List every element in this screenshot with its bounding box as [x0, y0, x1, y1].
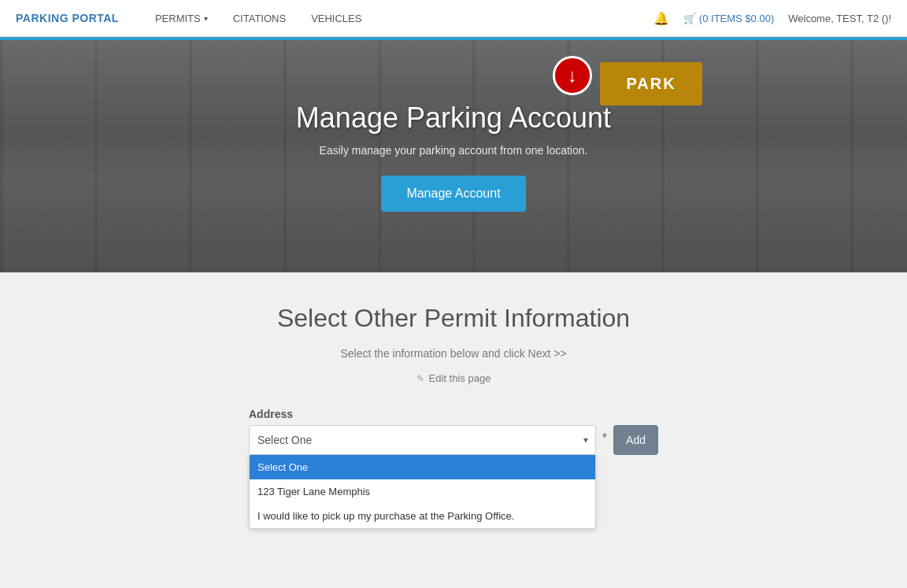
- address-form-row: Select One 123 Tiger Lane Memphis I woul…: [249, 425, 658, 455]
- required-indicator: *: [602, 425, 607, 446]
- manage-account-button[interactable]: Manage Account: [381, 176, 525, 212]
- hero-content: Manage Parking Account Easily manage you…: [296, 102, 611, 212]
- nav-citations[interactable]: CITATIONS: [220, 0, 298, 37]
- add-button[interactable]: Add: [613, 425, 658, 455]
- page-subtitle: Select the information below and click N…: [16, 347, 891, 360]
- chevron-down-icon: ▾: [204, 14, 208, 23]
- edit-page-link[interactable]: ✎ Edit this page: [16, 372, 891, 384]
- dropdown-option-pickup[interactable]: I would like to pick up my purchase at t…: [250, 504, 595, 528]
- navbar: PARKING PORTAL PERMITS ▾ CITATIONS VEHIC…: [0, 0, 907, 37]
- nav-permits[interactable]: PERMITS ▾: [143, 0, 220, 37]
- hero-subtitle: Easily manage your parking account from …: [296, 144, 611, 157]
- nav-right: 🔔 🛒 (0 ITEMS $0.00) Welcome, TEST, T2 ()…: [653, 11, 891, 26]
- arrow-icon: ↓: [553, 56, 592, 95]
- bell-icon[interactable]: 🔔: [653, 11, 669, 26]
- nav-links: PERMITS ▾ CITATIONS VEHICLES: [143, 0, 653, 37]
- page-title: Select Other Permit Information: [16, 304, 891, 333]
- edit-icon: ✎: [416, 373, 424, 384]
- park-sign: PARK: [600, 62, 702, 105]
- cart-link[interactable]: 🛒 (0 ITEMS $0.00): [683, 13, 774, 24]
- dropdown-option-tiger-lane[interactable]: 123 Tiger Lane Memphis: [250, 479, 595, 504]
- nav-vehicles[interactable]: VEHICLES: [298, 0, 374, 37]
- hero-section: ↓ PARK Manage Parking Account Easily man…: [0, 40, 907, 272]
- form-container: Address Select One 123 Tiger Lane Memphi…: [249, 408, 658, 504]
- hero-arrow-sign: ↓: [553, 56, 592, 95]
- address-label: Address: [249, 408, 658, 420]
- address-form-group: Address Select One 123 Tiger Lane Memphi…: [249, 408, 658, 455]
- address-dropdown: Select One 123 Tiger Lane Memphis I woul…: [249, 455, 596, 529]
- address-select-wrapper: Select One 123 Tiger Lane Memphis I woul…: [249, 425, 596, 455]
- nav-brand[interactable]: PARKING PORTAL: [16, 12, 119, 24]
- address-select[interactable]: Select One 123 Tiger Lane Memphis I woul…: [249, 425, 596, 455]
- main-content: Select Other Permit Information Select t…: [0, 272, 907, 587]
- hero-title: Manage Parking Account: [296, 102, 611, 135]
- dropdown-option-select-one[interactable]: Select One: [250, 455, 595, 479]
- welcome-text: Welcome, TEST, T2 ()!: [788, 13, 891, 24]
